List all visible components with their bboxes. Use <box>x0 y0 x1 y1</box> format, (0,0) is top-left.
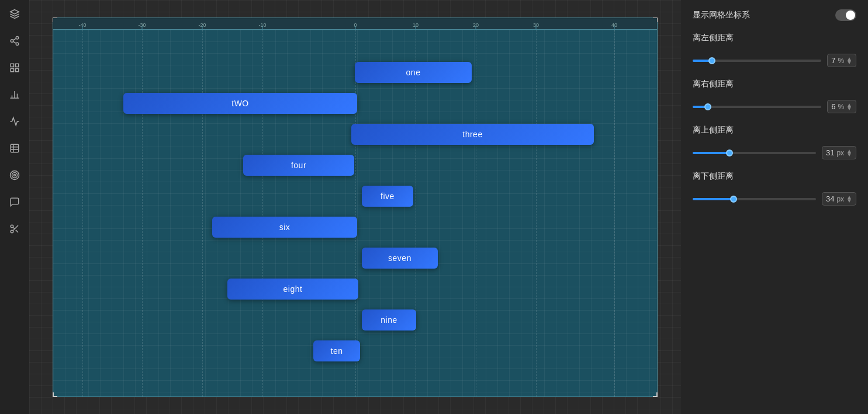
message-icon[interactable] <box>6 194 23 210</box>
bottom-distance-label: 离下侧距离 <box>693 171 856 182</box>
top-value-box[interactable]: 31 px ▲▼ <box>822 146 856 159</box>
bar-six[interactable]: six <box>212 217 357 238</box>
bottom-slider-control: 34 px ▲▼ <box>693 192 856 206</box>
left-slider-thumb <box>708 57 715 64</box>
top-slider-thumb <box>726 149 733 156</box>
canvas-container: -40 -30 -20 -10 0 10 20 30 40 <box>29 0 681 414</box>
svg-point-0 <box>16 37 19 40</box>
right-panel: 显示网格坐标系 离左侧距离 7 % ▲▼ 离右侧距离 <box>681 0 868 414</box>
top-slider-control: 31 px ▲▼ <box>693 146 856 159</box>
svg-rect-8 <box>11 69 13 72</box>
ruler-line <box>202 26 203 29</box>
table-icon[interactable] <box>6 140 23 156</box>
left-toolbar <box>0 0 29 414</box>
bar-seven[interactable]: seven <box>362 248 438 269</box>
bar-five[interactable]: five <box>362 186 413 207</box>
layers-icon[interactable] <box>6 6 23 22</box>
left-slider-control: 7 % ▲▼ <box>693 54 856 67</box>
right-distance-label: 离右侧距离 <box>693 79 856 89</box>
v-grid-line <box>82 30 83 396</box>
ruler-line <box>614 26 615 29</box>
v-grid-line <box>262 30 263 396</box>
canvas-frame: -40 -30 -20 -10 0 10 20 30 40 <box>53 18 658 397</box>
bottom-value-box[interactable]: 34 px ▲▼ <box>822 192 856 206</box>
svg-line-23 <box>16 230 18 232</box>
ruler-line <box>262 26 263 29</box>
grid-label: 显示网格坐标系 <box>693 10 750 20</box>
svg-point-2 <box>16 43 19 46</box>
right-distance-section: 离右侧距离 6 % ▲▼ <box>693 79 856 113</box>
svg-point-18 <box>12 173 18 178</box>
corner-br <box>653 392 658 397</box>
top-slider-track[interactable] <box>693 152 816 154</box>
top-distance-section: 离上侧距离 31 px ▲▼ <box>693 125 856 159</box>
bar-three[interactable]: three <box>351 124 594 145</box>
right-value-box[interactable]: 6 % ▲▼ <box>827 100 856 113</box>
ruler-line <box>476 26 476 29</box>
ruler: -40 -30 -20 -10 0 10 20 30 40 <box>53 18 657 30</box>
bar-nine[interactable]: nine <box>362 309 416 330</box>
left-distance-label: 离左侧距离 <box>693 33 856 43</box>
bottom-slider-track[interactable] <box>693 198 816 200</box>
ruler-line <box>416 26 416 29</box>
v-grid-line <box>416 30 416 396</box>
svg-rect-6 <box>16 64 19 67</box>
left-value-box[interactable]: 7 % ▲▼ <box>827 54 856 67</box>
bar-one[interactable]: one <box>355 62 472 83</box>
svg-point-19 <box>14 175 16 176</box>
share-icon[interactable] <box>6 33 23 49</box>
chart-bar-icon[interactable] <box>6 86 23 103</box>
v-grid-line <box>614 30 615 396</box>
right-slider-control: 6 % ▲▼ <box>693 100 856 113</box>
ruler-line <box>82 26 83 29</box>
v-grid-line <box>202 30 203 396</box>
svg-line-24 <box>13 227 15 229</box>
ruler-line <box>142 26 143 29</box>
bar-ten[interactable]: ten <box>313 340 360 361</box>
top-slider-fill <box>693 152 729 154</box>
svg-line-3 <box>13 41 16 43</box>
ruler-line <box>536 26 537 29</box>
bar-two[interactable]: tWO <box>123 93 357 114</box>
svg-point-21 <box>11 230 13 233</box>
v-grid-line <box>476 30 476 396</box>
svg-point-1 <box>11 40 13 43</box>
bottom-slider-fill <box>693 198 734 200</box>
svg-rect-7 <box>16 69 19 72</box>
scissors-icon[interactable] <box>6 221 23 237</box>
left-distance-section: 离左侧距离 7 % ▲▼ <box>693 33 856 67</box>
svg-rect-13 <box>11 144 19 152</box>
svg-rect-5 <box>11 64 13 67</box>
toggle-dot <box>846 11 855 20</box>
svg-point-20 <box>11 225 13 228</box>
bar-eight[interactable]: eight <box>227 279 358 300</box>
chart-line-icon[interactable] <box>6 113 23 130</box>
grid-icon[interactable] <box>6 60 23 76</box>
top-distance-label: 离上侧距离 <box>693 125 856 135</box>
bar-four[interactable]: four <box>243 155 354 176</box>
bottom-distance-section: 离下侧距离 34 px ▲▼ <box>693 171 856 206</box>
corner-bl <box>53 392 57 397</box>
right-slider-thumb <box>704 103 711 110</box>
v-grid-line <box>142 30 143 396</box>
v-grid-line <box>536 30 537 396</box>
left-slider-track[interactable] <box>693 60 821 62</box>
grid-toggle-row: 显示网格坐标系 <box>693 9 856 21</box>
svg-line-4 <box>13 39 16 40</box>
bottom-slider-thumb <box>730 196 737 203</box>
ruler-line <box>355 26 356 29</box>
right-slider-track[interactable] <box>693 106 821 108</box>
target-icon[interactable] <box>6 167 23 183</box>
grid-toggle[interactable] <box>835 9 856 21</box>
